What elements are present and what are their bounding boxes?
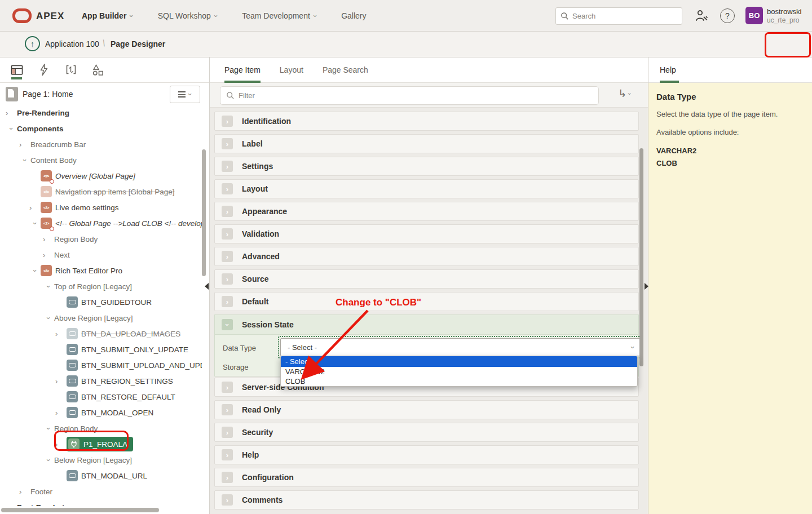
tab-processing[interactable]	[64, 61, 78, 78]
selected-tree-item-pill[interactable]: P1_FROALA	[67, 437, 133, 451]
up-level-icon[interactable]: ↑	[25, 36, 40, 51]
chevron-down-icon[interactable]: ›	[45, 312, 53, 324]
tree-item-label: Navigation app items [Global Page]	[55, 188, 175, 196]
tree-menu-button[interactable]: ›	[170, 86, 200, 103]
section-appearance[interactable]: ›Appearance	[214, 202, 639, 221]
admin-icon[interactable]	[695, 8, 709, 23]
go-to-group-button[interactable]: ↳›	[618, 87, 631, 100]
section-help[interactable]: ›Help	[214, 445, 639, 464]
data-type-select[interactable]: - Select -›	[280, 338, 641, 356]
tab-page-search[interactable]: Page Search	[323, 57, 368, 83]
tree-item-region-body[interactable]: ›Region Body	[0, 231, 202, 247]
tree-item-top-of-region-legacy[interactable]: ›Top of Region [Legacy]	[0, 278, 202, 294]
tree-item-breadcrumb-bar[interactable]: ›Breadcrumb Bar	[0, 136, 202, 152]
breadcrumb-application[interactable]: Application 100	[45, 39, 99, 48]
search-input[interactable]	[572, 12, 677, 20]
section-label: Help	[242, 450, 259, 459]
section-source[interactable]: ›Source	[214, 269, 639, 289]
editor-vertical-scrollbar[interactable]	[639, 148, 643, 366]
nav-item-gallery[interactable]: Gallery	[341, 11, 366, 20]
dropdown-option-varchar2[interactable]: VARCHAR2	[281, 367, 637, 376]
chevron-right-icon[interactable]: ›	[43, 235, 54, 243]
tab-help[interactable]: Help	[660, 57, 676, 83]
tree-item-overview-global-page[interactable]: ›</>Overview [Global Page]	[0, 168, 202, 184]
tree-item-btn-guidedtour[interactable]: ›BTN_GUIDEDTOUR	[0, 294, 202, 310]
chevron-right-icon[interactable]: ›	[55, 409, 67, 417]
chevron-right-icon[interactable]: ›	[55, 440, 67, 449]
chevron-down-icon[interactable]: ›	[31, 265, 39, 276]
section-settings[interactable]: ›Settings	[214, 157, 639, 176]
tab-page-item[interactable]: Page Item	[224, 57, 261, 83]
section-label: Security	[242, 428, 273, 437]
section-label[interactable]: ›Label	[214, 134, 639, 153]
section-comments[interactable]: ›Comments	[214, 490, 639, 509]
tab-rendering[interactable]	[10, 61, 24, 78]
tree-item-btn-restore-default[interactable]: ›BTN_RESTORE_DEFAULT	[0, 389, 202, 405]
chevron-right-icon[interactable]: ›	[43, 251, 54, 259]
tree-vertical-scrollbar[interactable]	[202, 149, 206, 276]
tree-item-btn-region-settings[interactable]: ›BTN_REGION_SETTINGS	[0, 373, 202, 389]
tree-item-post-rendering[interactable]: ›Post-Rendering	[0, 499, 202, 506]
tab-page-shared-components[interactable]	[91, 61, 105, 78]
chevron-down-icon[interactable]: ›	[7, 123, 16, 134]
tree-item-label: Rich Text Editor Pro	[55, 267, 122, 275]
tree-item-btn-modal-open[interactable]: ›BTN_MODAL_OPEN	[0, 405, 202, 420]
section-security[interactable]: ›Security	[214, 423, 639, 442]
chevron-down-icon[interactable]: ›	[31, 218, 39, 229]
tree-item-btn-submit-upload-and-update[interactable]: ›BTN_SUBMIT_UPLOAD_AND_UPDATE	[0, 357, 202, 373]
section-read-only[interactable]: ›Read Only	[214, 400, 639, 419]
section-label: Comments	[242, 495, 283, 504]
chevron-right-icon[interactable]: ›	[29, 203, 41, 212]
tree-item-live-demo-settings[interactable]: ›</>Live demo settings	[0, 200, 202, 215]
filter-input[interactable]	[239, 91, 593, 100]
avatar[interactable]: BO	[745, 7, 763, 24]
help-icon[interactable]: ?	[720, 8, 735, 23]
chevron-down-icon[interactable]: ›	[45, 423, 53, 434]
section-session-state[interactable]: ›Session State	[214, 314, 639, 335]
collapse-left-panel-handle[interactable]	[205, 283, 209, 290]
global-search[interactable]	[555, 7, 682, 25]
chevron-right-icon[interactable]: ›	[19, 488, 30, 496]
tree-item-rich-text-editor-pro[interactable]: ›</>Rich Text Editor Pro	[0, 263, 202, 278]
chevron-right-icon: ›	[222, 116, 233, 127]
chevron-right-icon[interactable]: ›	[55, 330, 67, 338]
section-configuration[interactable]: ›Configuration	[214, 468, 639, 487]
section-default[interactable]: ›Default	[214, 292, 639, 311]
tree-item-above-region-legacy[interactable]: ›Above Region [Legacy]	[0, 310, 202, 326]
tree-item-content-body[interactable]: ›Content Body	[0, 152, 202, 168]
chevron-down-icon[interactable]: ›	[45, 454, 53, 466]
section-advanced[interactable]: ›Advanced	[214, 247, 639, 266]
chevron-right-icon[interactable]: ›	[55, 377, 67, 386]
section-layout[interactable]: ›Layout	[214, 179, 639, 198]
dropdown-option-select[interactable]: - Select -	[281, 356, 637, 367]
section-identification[interactable]: ›Identification	[214, 112, 639, 131]
tree-horizontal-scrollbar[interactable]	[1, 508, 159, 512]
chevron-right-icon[interactable]: ›	[6, 503, 17, 507]
chevron-down-icon[interactable]: ›	[45, 281, 53, 292]
chevron-right-icon[interactable]: ›	[6, 109, 17, 117]
tree-item-btn-submit-only-update[interactable]: ›BTN_SUBMIT_ONLY_UPDATE	[0, 342, 202, 357]
nav-item-app-builder[interactable]: App Builder›	[82, 11, 133, 20]
section-validation[interactable]: ›Validation	[214, 224, 639, 243]
chevron-right-icon[interactable]: ›	[19, 140, 30, 149]
tree-item-global-page-load-clob-developmen[interactable]: ›</><!-- Global Page -->Load CLOB <!-- d…	[0, 215, 202, 231]
tree-item-p1-froala[interactable]: ›P1_FROALA	[0, 436, 202, 452]
dropdown-option-clob[interactable]: CLOB	[281, 376, 637, 386]
tree-item-btn-da-upload-images[interactable]: ›BTN_DA_UPLOAD_IMAGES	[0, 326, 202, 342]
tab-dynamic-actions[interactable]	[37, 61, 51, 78]
chevron-down-icon[interactable]: ›	[21, 154, 29, 166]
nav-item-team-development[interactable]: Team Development›	[242, 11, 316, 20]
search-icon	[226, 91, 235, 100]
tree-item-btn-modal-url[interactable]: ›BTN_MODAL_URL	[0, 468, 202, 484]
tree-item-pre-rendering[interactable]: ›Pre-Rendering	[0, 105, 202, 121]
tree-item-next[interactable]: ›Next	[0, 247, 202, 263]
tree-item-footer[interactable]: ›Footer	[0, 484, 202, 499]
tab-layout[interactable]: Layout	[280, 57, 303, 83]
tree-item-region-body[interactable]: ›Region Body	[0, 420, 202, 436]
tree-item-below-region-legacy[interactable]: ›Below Region [Legacy]	[0, 452, 202, 468]
filter-field[interactable]	[220, 86, 599, 105]
nav-item-sql-workshop[interactable]: SQL Workshop›	[158, 11, 218, 20]
tree-item-navigation-app-items-global-page[interactable]: ›</>Navigation app items [Global Page]	[0, 184, 202, 200]
collapse-right-panel-handle[interactable]	[645, 283, 648, 290]
tree-item-components[interactable]: ›Components	[0, 121, 202, 136]
